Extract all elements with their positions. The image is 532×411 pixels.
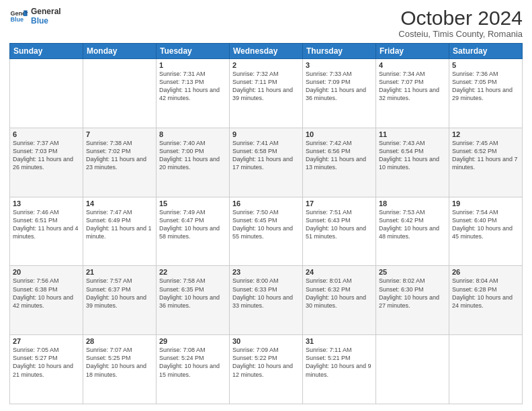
calendar-week-4: 27Sunrise: 7:05 AM Sunset: 5:27 PM Dayli… <box>10 335 523 404</box>
cell-day-number: 3 <box>306 61 373 69</box>
calendar-header-sunday: Sunday <box>10 44 83 59</box>
cell-info: Sunrise: 7:40 AM Sunset: 7:00 PM Dayligh… <box>159 139 226 172</box>
cell-info: Sunrise: 7:38 AM Sunset: 7:02 PM Dayligh… <box>86 139 153 172</box>
calendar-cell: 15Sunrise: 7:49 AM Sunset: 6:47 PM Dayli… <box>157 197 230 266</box>
calendar-cell <box>10 59 83 128</box>
cell-info: Sunrise: 7:36 AM Sunset: 7:05 PM Dayligh… <box>452 70 519 103</box>
calendar-cell <box>449 335 523 404</box>
calendar-header-friday: Friday <box>376 44 449 59</box>
cell-day-number: 19 <box>452 199 519 208</box>
calendar-week-2: 13Sunrise: 7:46 AM Sunset: 6:51 PM Dayli… <box>10 197 523 266</box>
calendar-cell <box>83 59 157 128</box>
calendar-cell: 11Sunrise: 7:43 AM Sunset: 6:54 PM Dayli… <box>376 128 449 197</box>
cell-day-number: 14 <box>86 199 153 208</box>
calendar-cell: 31Sunrise: 7:11 AM Sunset: 5:21 PM Dayli… <box>303 335 376 404</box>
cell-info: Sunrise: 7:57 AM Sunset: 6:37 PM Dayligh… <box>86 277 153 310</box>
cell-info: Sunrise: 7:31 AM Sunset: 7:13 PM Dayligh… <box>159 70 226 103</box>
calendar-cell: 9Sunrise: 7:41 AM Sunset: 6:58 PM Daylig… <box>230 128 303 197</box>
cell-info: Sunrise: 7:34 AM Sunset: 7:07 PM Dayligh… <box>379 70 446 103</box>
cell-info: Sunrise: 7:09 AM Sunset: 5:22 PM Dayligh… <box>232 346 300 379</box>
calendar-cell: 1Sunrise: 7:31 AM Sunset: 7:13 PM Daylig… <box>157 59 230 128</box>
cell-info: Sunrise: 7:07 AM Sunset: 5:25 PM Dayligh… <box>86 346 153 379</box>
calendar-cell: 14Sunrise: 7:47 AM Sunset: 6:49 PM Dayli… <box>83 197 157 266</box>
cell-info: Sunrise: 7:32 AM Sunset: 7:11 PM Dayligh… <box>232 70 300 103</box>
month-title: October 2024 <box>398 7 523 29</box>
cell-info: Sunrise: 7:53 AM Sunset: 6:42 PM Dayligh… <box>379 208 446 241</box>
calendar-header-tuesday: Tuesday <box>157 44 230 59</box>
cell-day-number: 2 <box>232 61 300 69</box>
calendar-header-monday: Monday <box>83 44 157 59</box>
calendar-week-1: 6Sunrise: 7:37 AM Sunset: 7:03 PM Daylig… <box>10 128 523 197</box>
cell-info: Sunrise: 7:46 AM Sunset: 6:51 PM Dayligh… <box>13 208 80 241</box>
cell-day-number: 12 <box>452 130 519 138</box>
cell-day-number: 31 <box>306 337 373 345</box>
calendar-cell: 7Sunrise: 7:38 AM Sunset: 7:02 PM Daylig… <box>83 128 157 197</box>
calendar-header-row: SundayMondayTuesdayWednesdayThursdayFrid… <box>10 44 523 59</box>
calendar-cell: 6Sunrise: 7:37 AM Sunset: 7:03 PM Daylig… <box>10 128 83 197</box>
cell-info: Sunrise: 7:41 AM Sunset: 6:58 PM Dayligh… <box>232 139 300 172</box>
cell-day-number: 24 <box>306 268 373 276</box>
calendar-cell: 10Sunrise: 7:42 AM Sunset: 6:56 PM Dayli… <box>303 128 376 197</box>
cell-info: Sunrise: 7:56 AM Sunset: 6:38 PM Dayligh… <box>13 277 80 310</box>
cell-info: Sunrise: 7:11 AM Sunset: 5:21 PM Dayligh… <box>306 346 373 379</box>
calendar-cell <box>376 335 449 404</box>
cell-info: Sunrise: 7:37 AM Sunset: 7:03 PM Dayligh… <box>13 139 80 172</box>
cell-info: Sunrise: 7:51 AM Sunset: 6:43 PM Dayligh… <box>306 208 373 241</box>
cell-day-number: 4 <box>379 61 446 69</box>
cell-day-number: 20 <box>13 268 80 276</box>
cell-info: Sunrise: 8:04 AM Sunset: 6:28 PM Dayligh… <box>452 277 519 310</box>
calendar-cell: 24Sunrise: 8:01 AM Sunset: 6:32 PM Dayli… <box>303 266 376 335</box>
cell-info: Sunrise: 7:05 AM Sunset: 5:27 PM Dayligh… <box>13 346 80 379</box>
calendar-cell: 22Sunrise: 7:58 AM Sunset: 6:35 PM Dayli… <box>157 266 230 335</box>
calendar-cell: 13Sunrise: 7:46 AM Sunset: 6:51 PM Dayli… <box>10 197 83 266</box>
cell-day-number: 1 <box>159 61 226 69</box>
calendar-header-wednesday: Wednesday <box>230 44 303 59</box>
title-block: October 2024 Costeiu, Timis County, Roma… <box>398 7 523 39</box>
cell-day-number: 22 <box>159 268 226 276</box>
svg-text:Blue: Blue <box>10 16 24 23</box>
calendar-cell: 23Sunrise: 8:00 AM Sunset: 6:33 PM Dayli… <box>230 266 303 335</box>
calendar-cell: 26Sunrise: 8:04 AM Sunset: 6:28 PM Dayli… <box>449 266 523 335</box>
calendar-cell: 2Sunrise: 7:32 AM Sunset: 7:11 PM Daylig… <box>230 59 303 128</box>
cell-day-number: 18 <box>379 199 446 208</box>
cell-day-number: 28 <box>86 337 153 345</box>
calendar-cell: 4Sunrise: 7:34 AM Sunset: 7:07 PM Daylig… <box>376 59 449 128</box>
cell-day-number: 16 <box>232 199 300 208</box>
cell-info: Sunrise: 7:45 AM Sunset: 6:52 PM Dayligh… <box>452 139 519 172</box>
calendar-cell: 20Sunrise: 7:56 AM Sunset: 6:38 PM Dayli… <box>10 266 83 335</box>
calendar-cell: 30Sunrise: 7:09 AM Sunset: 5:22 PM Dayli… <box>230 335 303 404</box>
cell-info: Sunrise: 7:43 AM Sunset: 6:54 PM Dayligh… <box>379 139 446 172</box>
calendar-cell: 21Sunrise: 7:57 AM Sunset: 6:37 PM Dayli… <box>83 266 157 335</box>
calendar-cell: 28Sunrise: 7:07 AM Sunset: 5:25 PM Dayli… <box>83 335 157 404</box>
cell-info: Sunrise: 7:47 AM Sunset: 6:49 PM Dayligh… <box>86 208 153 241</box>
calendar-table: SundayMondayTuesdayWednesdayThursdayFrid… <box>9 43 523 404</box>
calendar-cell: 18Sunrise: 7:53 AM Sunset: 6:42 PM Dayli… <box>376 197 449 266</box>
cell-info: Sunrise: 7:49 AM Sunset: 6:47 PM Dayligh… <box>159 208 226 241</box>
calendar-cell: 12Sunrise: 7:45 AM Sunset: 6:52 PM Dayli… <box>449 128 523 197</box>
cell-day-number: 25 <box>379 268 446 276</box>
cell-day-number: 13 <box>13 199 80 208</box>
location-subtitle: Costeiu, Timis County, Romania <box>398 29 523 39</box>
cell-day-number: 17 <box>306 199 373 208</box>
calendar-cell: 19Sunrise: 7:54 AM Sunset: 6:40 PM Dayli… <box>449 197 523 266</box>
logo: General Blue General Blue <box>9 7 61 26</box>
cell-info: Sunrise: 7:33 AM Sunset: 7:09 PM Dayligh… <box>306 70 373 103</box>
cell-day-number: 9 <box>232 130 300 138</box>
calendar-cell: 25Sunrise: 8:02 AM Sunset: 6:30 PM Dayli… <box>376 266 449 335</box>
cell-info: Sunrise: 7:08 AM Sunset: 5:24 PM Dayligh… <box>159 346 226 379</box>
calendar-cell: 3Sunrise: 7:33 AM Sunset: 7:09 PM Daylig… <box>303 59 376 128</box>
cell-day-number: 21 <box>86 268 153 276</box>
cell-day-number: 26 <box>452 268 519 276</box>
cell-day-number: 11 <box>379 130 446 138</box>
cell-day-number: 27 <box>13 337 80 345</box>
cell-info: Sunrise: 8:01 AM Sunset: 6:32 PM Dayligh… <box>306 277 373 310</box>
calendar-cell: 8Sunrise: 7:40 AM Sunset: 7:00 PM Daylig… <box>157 128 230 197</box>
calendar-cell: 29Sunrise: 7:08 AM Sunset: 5:24 PM Dayli… <box>157 335 230 404</box>
cell-day-number: 30 <box>232 337 300 345</box>
calendar-header-thursday: Thursday <box>303 44 376 59</box>
cell-info: Sunrise: 8:02 AM Sunset: 6:30 PM Dayligh… <box>379 277 446 310</box>
calendar-cell: 17Sunrise: 7:51 AM Sunset: 6:43 PM Dayli… <box>303 197 376 266</box>
cell-info: Sunrise: 7:58 AM Sunset: 6:35 PM Dayligh… <box>159 277 226 310</box>
cell-info: Sunrise: 8:00 AM Sunset: 6:33 PM Dayligh… <box>232 277 300 310</box>
calendar-week-0: 1Sunrise: 7:31 AM Sunset: 7:13 PM Daylig… <box>10 59 523 128</box>
